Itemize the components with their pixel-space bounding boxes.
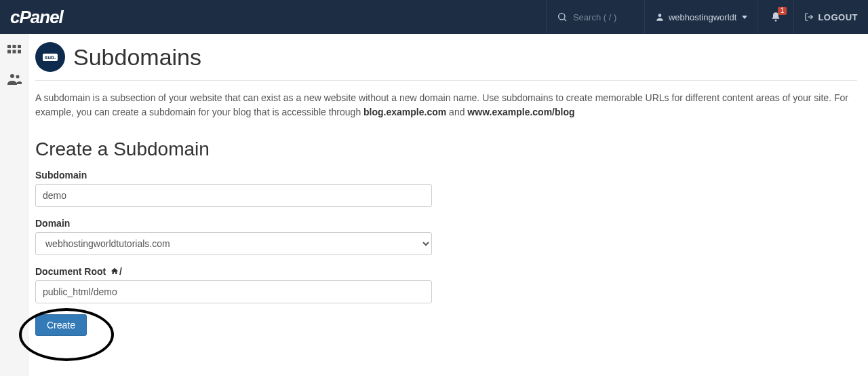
page-description: A subdomain is a subsection of your webs… — [35, 91, 857, 119]
page-icon: sub. — [35, 42, 65, 72]
notifications-button[interactable]: 1 — [757, 0, 793, 34]
desc-bold-2: www.example.com/blog — [467, 107, 574, 117]
svg-rect-8 — [7, 50, 11, 54]
svg-rect-5 — [7, 45, 11, 48]
svg-point-0 — [559, 14, 565, 20]
logo-text: cPanel — [10, 7, 63, 28]
grid-icon — [6, 43, 22, 60]
domain-group: Domain webhostingworldtutorials.com — [35, 218, 857, 255]
subdomain-input[interactable] — [35, 184, 432, 207]
create-button[interactable]: Create — [35, 314, 87, 336]
logout-button[interactable]: LOGOUT — [793, 0, 868, 34]
search-box[interactable] — [546, 0, 644, 34]
logo[interactable]: cPanel — [0, 7, 73, 28]
divider — [35, 80, 857, 81]
logout-icon — [804, 12, 814, 22]
search-input[interactable] — [573, 12, 634, 22]
sidebar-item-grid[interactable] — [3, 41, 25, 62]
docroot-group: Document Root / — [35, 266, 857, 303]
svg-point-12 — [16, 75, 19, 79]
desc-bold-1: blog.example.com — [363, 107, 446, 117]
logout-label: LOGOUT — [818, 12, 858, 22]
docroot-input[interactable] — [35, 280, 432, 303]
sidebar-item-users[interactable] — [3, 68, 25, 90]
svg-rect-10 — [18, 50, 21, 54]
home-icon — [110, 267, 119, 276]
domain-select[interactable]: webhostingworldtutorials.com — [35, 232, 432, 255]
users-icon — [6, 71, 22, 87]
search-icon — [557, 12, 568, 22]
domain-label: Domain — [35, 218, 857, 229]
svg-line-1 — [564, 19, 566, 21]
username-label: webhostingworldt — [669, 12, 736, 22]
subdomain-group: Subdomain — [35, 170, 857, 207]
svg-rect-9 — [12, 50, 16, 54]
svg-point-3 — [775, 20, 777, 22]
desc-mid: and — [446, 107, 467, 117]
chevron-down-icon — [742, 16, 747, 19]
docroot-slash: / — [119, 266, 122, 277]
svg-point-2 — [658, 14, 662, 17]
svg-rect-6 — [12, 45, 16, 48]
sidebar — [0, 34, 28, 376]
user-menu[interactable]: webhostingworldt — [644, 0, 757, 34]
svg-point-11 — [10, 74, 14, 78]
top-header: cPanel webhostingworldt 1 LOGOUT — [0, 0, 868, 34]
docroot-label: Document Root / — [35, 266, 857, 277]
section-title: Create a Subdomain — [35, 138, 857, 160]
subdomain-label: Subdomain — [35, 170, 857, 181]
user-icon — [655, 12, 665, 22]
page-title: Subdomains — [73, 44, 201, 71]
page-title-row: sub. Subdomains — [35, 42, 857, 80]
page-icon-label: sub. — [43, 54, 58, 61]
docroot-label-text: Document Root — [35, 266, 108, 277]
notification-badge: 1 — [778, 7, 787, 15]
svg-rect-7 — [18, 45, 21, 48]
main-content: sub. Subdomains A subdomain is a subsect… — [28, 34, 868, 350]
